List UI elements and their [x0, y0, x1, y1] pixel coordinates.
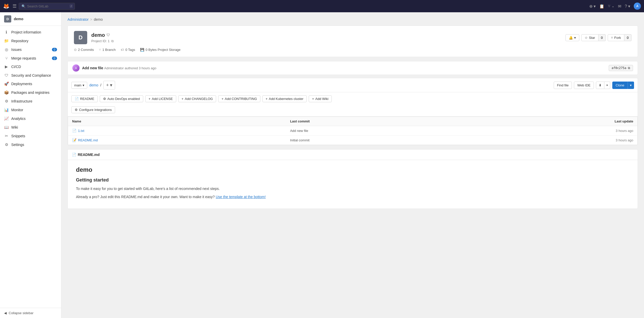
sidebar-item-label: Deployments — [11, 82, 32, 86]
sidebar-item-monitor[interactable]: 📊 Monitor — [0, 106, 61, 114]
search-icon: 🔍 — [21, 4, 26, 8]
sidebar-item-security-compliance[interactable]: 🛡 Security and Compliance — [0, 71, 61, 80]
readme-button[interactable]: 📄 README — [71, 95, 98, 102]
cicd-icon: ▶ — [4, 64, 9, 69]
sidebar-item-label: Monitor — [11, 108, 23, 112]
clone-button[interactable]: Clone — [612, 82, 628, 89]
fork-count[interactable]: 0 — [624, 34, 631, 41]
project-name: demo — [91, 32, 105, 38]
repository-icon: 📁 — [4, 39, 9, 43]
file-1txt-commit-link[interactable]: Add new file — [290, 129, 308, 133]
file-table-wrapper: Name Last commit Last update 📄 1.txt — [68, 117, 638, 145]
add-contributing-button[interactable]: + Add CONTRIBUTING — [218, 95, 260, 102]
commit-verb: authored — [125, 66, 138, 70]
search-input[interactable] — [27, 4, 68, 8]
auto-devops-button[interactable]: ⚙ Auto DevOps enabled — [100, 95, 143, 102]
sidebar-item-merge-requests[interactable]: ⑂ Merge requests 0 — [0, 54, 61, 62]
sidebar-item-label: Project information — [11, 30, 41, 34]
col-last-commit: Last commit — [286, 117, 464, 126]
project-title-row: D demo 🛡 Project ID: 1 ⧉ 🔔 — [74, 31, 631, 44]
readme-para1: To make it easy for you to get started w… — [76, 186, 629, 191]
sidebar-item-project-information[interactable]: ℹ Project information — [0, 28, 61, 37]
add-kubernetes-button[interactable]: + Add Kubernetes cluster — [262, 95, 307, 102]
branch-selector[interactable]: main ▾ — [71, 82, 87, 89]
sidebar-item-wiki[interactable]: 📖 Wiki — [0, 123, 61, 132]
plus-menu-icon[interactable]: ⊕ ▾ — [589, 4, 596, 9]
sidebar-item-snippets[interactable]: ✂ Snippets — [0, 132, 61, 140]
add-license-button[interactable]: + Add LICENSE — [145, 95, 176, 102]
sidebar-item-issues[interactable]: ◎ Issues 0 — [0, 45, 61, 54]
inbox-icon[interactable]: ✉ — [618, 4, 621, 9]
download-caret-button[interactable]: ▾ — [604, 82, 610, 89]
project-avatar: D — [74, 31, 87, 44]
readme-title: demo — [76, 166, 629, 173]
find-file-button[interactable]: Find file — [554, 82, 572, 89]
project-stats: ⊙ 2 Commits ⑂ 1 Branch 🏷 0 Tags 💾 0 Byte… — [74, 48, 631, 52]
project-title-left: D demo 🛡 Project ID: 1 ⧉ — [74, 31, 114, 44]
hamburger-menu-icon[interactable]: ☰ — [13, 3, 17, 9]
readme-md-link[interactable]: 📝 README.md — [72, 138, 282, 142]
add-file-button[interactable]: + ▾ — [103, 81, 115, 89]
commit-bar-left: A Add new file Administrator authored 3 … — [72, 64, 156, 72]
table-row: 📝 README.md Initial commit 3 hours ago — [68, 135, 638, 145]
sidebar-item-infrastructure[interactable]: ⚙ Infrastructure — [0, 97, 61, 106]
commits-stat[interactable]: ⊙ 2 Commits — [74, 48, 94, 52]
add-license-icon: + — [149, 97, 151, 101]
commit-info: Add new file Administrator authored 3 ho… — [82, 66, 156, 70]
sidebar-project-name: demo — [14, 17, 23, 21]
readme-md-commit-link[interactable]: Initial commit — [290, 138, 309, 142]
notifications-button[interactable]: 🔔 ▾ — [565, 34, 579, 41]
sidebar-project-header[interactable]: D demo — [0, 12, 61, 26]
download-button[interactable]: ⬇ — [596, 82, 604, 89]
sidebar-item-repository[interactable]: 📁 Repository — [0, 37, 61, 45]
file-1txt-link[interactable]: 📄 1.txt — [72, 129, 282, 133]
sidebar-item-settings[interactable]: ⚙ Settings — [0, 140, 61, 149]
readme-label: README — [80, 97, 94, 101]
file-1txt-name: 1.txt — [78, 129, 84, 133]
fork-label: Fork — [614, 36, 621, 40]
md-file-icon: 📝 — [72, 138, 76, 142]
sidebar-collapse-button[interactable]: ◀ Collapse sidebar — [0, 308, 61, 318]
repo-toolbar-left: main ▾ demo / + ▾ — [71, 81, 115, 89]
breadcrumb-admin-link[interactable]: Administrator — [68, 17, 88, 21]
add-wiki-button[interactable]: + Add Wiki — [309, 95, 332, 102]
add-kubernetes-icon: + — [266, 97, 268, 101]
fork-button[interactable]: ⑂ Fork — [608, 34, 624, 41]
commits-icon: ⊙ — [74, 48, 77, 52]
readme-template-link[interactable]: Use the template at the bottom! — [216, 195, 266, 199]
settings-icon: ⚙ — [4, 142, 9, 147]
add-caret-icon: ▾ — [110, 82, 112, 88]
help-icon[interactable]: ? ▾ — [625, 4, 630, 9]
star-button[interactable]: ☆ Star — [581, 34, 598, 41]
merge-request-icon[interactable]: ⑂ ▾ — [608, 4, 614, 8]
commit-hash-button[interactable]: af0c275a ⧉ — [609, 65, 633, 71]
branch-icon: ⑂ — [99, 48, 101, 52]
sidebar-item-label: Infrastructure — [11, 99, 32, 103]
copy-hash-icon: ⧉ — [628, 66, 630, 70]
fork-button-group: ⑂ Fork 0 — [608, 34, 631, 41]
configure-integrations-button[interactable]: ⚙ Configure Integrations — [71, 106, 115, 113]
user-avatar[interactable]: A — [634, 3, 641, 10]
sidebar-item-deployments[interactable]: 🚀 Deployments — [0, 80, 61, 88]
project-name-block: demo 🛡 Project ID: 1 ⧉ — [91, 32, 114, 43]
search-box[interactable]: 🔍 / — [19, 3, 75, 10]
todo-icon[interactable]: 📋 — [599, 4, 604, 9]
monitor-icon: 📊 — [4, 108, 9, 112]
web-ide-button[interactable]: Web IDE — [574, 82, 594, 89]
sidebar-item-analytics[interactable]: 📈 Analytics — [0, 114, 61, 123]
sidebar-item-packages-registries[interactable]: 📦 Packages and registries — [0, 88, 61, 97]
sidebar-item-cicd[interactable]: ▶ CI/CD — [0, 62, 61, 71]
star-count[interactable]: 0 — [598, 34, 606, 41]
add-license-label: Add LICENSE — [152, 97, 173, 101]
download-button-group: ⬇ ▾ — [596, 82, 610, 89]
download-icon: ⬇ — [599, 83, 602, 87]
tags-stat[interactable]: 🏷 0 Tags — [121, 48, 135, 52]
copy-project-id-button[interactable]: ⧉ — [111, 39, 114, 43]
commit-message[interactable]: Add new file — [82, 66, 103, 70]
path-separator: / — [100, 83, 101, 87]
clone-caret-button[interactable]: ▾ — [628, 82, 634, 89]
repo-path-crumb[interactable]: demo — [89, 83, 98, 87]
branch-stat[interactable]: ⑂ 1 Branch — [99, 48, 116, 52]
sidebar-item-label: Security and Compliance — [11, 73, 51, 77]
add-changelog-button[interactable]: + Add CHANGELOG — [178, 95, 216, 102]
